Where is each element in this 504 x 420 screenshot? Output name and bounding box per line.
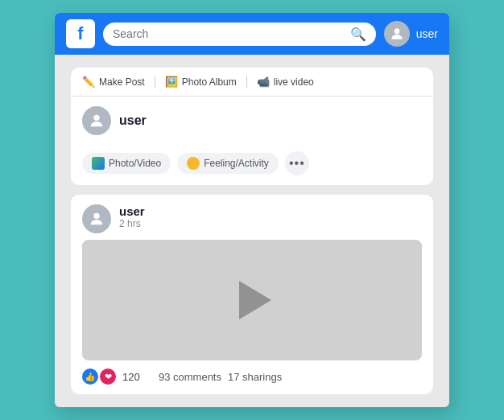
more-dots: ••• xyxy=(289,156,305,171)
make-post-action[interactable]: ✏️ Make Post xyxy=(82,76,155,88)
make-post-label: Make Post xyxy=(99,76,145,88)
live-video-action[interactable]: 📹 live video xyxy=(247,76,324,88)
live-video-label: live video xyxy=(274,76,314,88)
video-thumbnail[interactable] xyxy=(82,240,422,360)
search-bar[interactable]: 🔍 xyxy=(103,23,376,46)
navbar: f 🔍 user xyxy=(55,13,449,55)
create-post-avatar xyxy=(82,106,111,135)
photo-video-button[interactable]: Photo/Video xyxy=(82,153,171,174)
facebook-logo[interactable]: f xyxy=(66,19,95,48)
post-stats: 👍 ❤ 120 93 comments 17 sharings xyxy=(71,360,433,394)
svg-point-1 xyxy=(93,115,99,121)
create-post-username: user xyxy=(119,113,147,128)
feed: ✏️ Make Post 🖼️ Photo Album 📹 live video xyxy=(55,55,449,407)
reaction-icons: 👍 ❤ xyxy=(82,369,116,385)
browser-window: f 🔍 user ✏️ Make Post xyxy=(55,13,449,407)
post-user-info: user 2 hrs xyxy=(119,204,145,229)
post-buttons-row: Photo/Video Feeling/Activity ••• xyxy=(71,145,433,185)
video-icon: 📹 xyxy=(257,76,270,88)
more-options-button[interactable]: ••• xyxy=(285,151,309,175)
photo-album-label: Photo Album xyxy=(182,76,237,88)
photo-album-action[interactable]: 🖼️ Photo Album xyxy=(155,76,247,88)
logo-letter: f xyxy=(77,23,83,44)
nav-avatar[interactable] xyxy=(384,21,410,47)
photo-video-icon xyxy=(92,157,105,170)
pencil-icon: ✏️ xyxy=(82,76,95,88)
create-post-actions: ✏️ Make Post 🖼️ Photo Album 📹 live video xyxy=(71,68,433,97)
nav-user-section: user xyxy=(384,21,438,47)
photo-video-label: Photo/Video xyxy=(109,158,161,169)
stats-divider xyxy=(147,371,152,383)
comments-count[interactable]: 93 comments xyxy=(159,371,221,383)
play-icon xyxy=(239,281,271,319)
like-icon: 👍 xyxy=(82,369,98,385)
post-username: user xyxy=(119,204,145,218)
create-post-input-row: user xyxy=(71,97,433,145)
feeling-icon xyxy=(187,157,200,170)
sharings-count[interactable]: 17 sharings xyxy=(228,371,282,383)
post-time: 2 hrs xyxy=(119,218,145,229)
svg-point-2 xyxy=(93,213,99,219)
post-header: user 2 hrs xyxy=(71,195,433,240)
post-avatar[interactable] xyxy=(82,204,111,233)
love-icon: ❤ xyxy=(100,369,116,385)
reaction-count: 120 xyxy=(122,371,140,383)
svg-point-0 xyxy=(394,28,399,34)
nav-username: user xyxy=(416,27,438,40)
feeling-activity-button[interactable]: Feeling/Activity xyxy=(177,153,279,174)
search-icon: 🔍 xyxy=(350,27,366,42)
feeling-label: Feeling/Activity xyxy=(204,158,269,169)
search-input[interactable] xyxy=(113,27,344,40)
create-post-card: ✏️ Make Post 🖼️ Photo Album 📹 live video xyxy=(71,68,433,185)
photo-icon: 🖼️ xyxy=(165,76,178,88)
post-card: user 2 hrs 👍 ❤ 120 93 comments 17 sharin… xyxy=(71,195,433,394)
